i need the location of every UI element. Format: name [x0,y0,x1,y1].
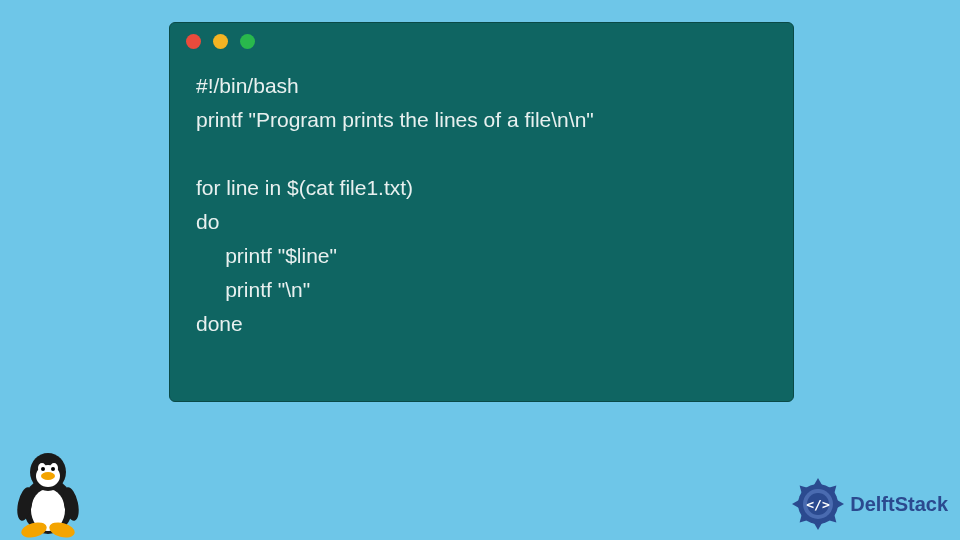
svg-point-8 [41,472,55,480]
code-line: printf "$line" [196,244,337,267]
tux-linux-logo [10,448,86,538]
svg-point-7 [51,467,55,471]
delftstack-text: DelftStack [850,493,948,516]
maximize-dot [240,34,255,49]
code-line: printf "Program prints the lines of a fi… [196,108,594,131]
svg-text:</>: </> [806,497,830,512]
code-line: for line in $(cat file1.txt) [196,176,413,199]
code-content: #!/bin/bash printf "Program prints the l… [170,59,793,341]
delftstack-logo: </> DelftStack [790,476,948,532]
code-window: #!/bin/bash printf "Program prints the l… [169,22,794,402]
delftstack-icon: </> [790,476,846,532]
minimize-dot [213,34,228,49]
close-dot [186,34,201,49]
code-line: done [196,312,243,335]
code-line: #!/bin/bash [196,74,299,97]
window-header [170,23,793,59]
code-line: do [196,210,219,233]
code-line: printf "\n" [196,278,310,301]
svg-point-6 [41,467,45,471]
